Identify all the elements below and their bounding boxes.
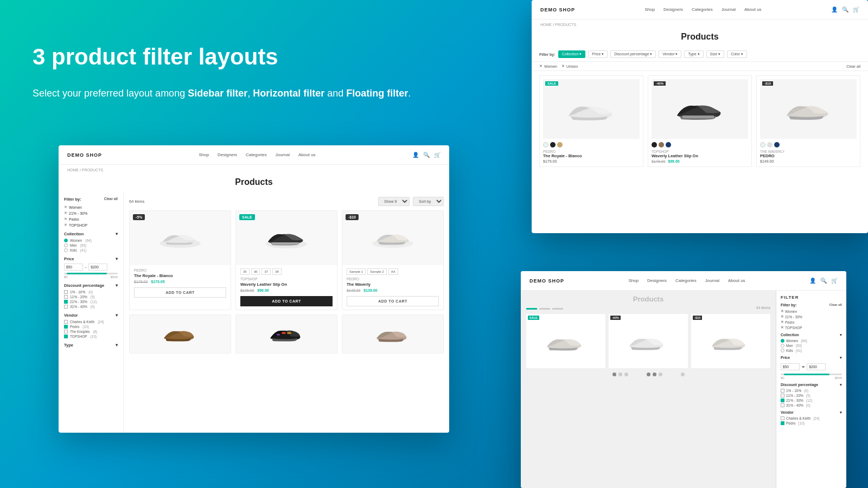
discount-3[interactable]: 21% - 30% (12) — [64, 300, 118, 304]
tr-clear[interactable]: Clear all — [846, 65, 860, 68]
size-37[interactable]: 37 — [261, 268, 271, 275]
br-toolbar: 44 items — [521, 304, 776, 312]
size-pill[interactable]: Size ▾ — [706, 50, 725, 58]
size-36[interactable]: 36 — [251, 268, 260, 275]
nav-icons: 👤 🔍 🛒 — [412, 152, 441, 158]
type-pill[interactable]: Type ▾ — [684, 50, 703, 58]
add-to-cart-1[interactable]: ADD TO CART — [134, 287, 226, 298]
br-dot-3 — [624, 373, 628, 376]
sort-select[interactable]: Sort by — [413, 197, 444, 206]
tr-name-2: Waverly Leather Slip On — [652, 153, 748, 158]
tr-product-image-3: -$10 — [760, 79, 857, 139]
radio-men — [64, 243, 68, 247]
svg-point-6 — [277, 333, 280, 335]
sample-1[interactable]: Sample 1 — [347, 268, 366, 275]
color-dot-3b[interactable] — [767, 142, 773, 147]
filter-tag-topshop: ✕ TOPSHOP — [64, 223, 118, 227]
size-aa[interactable]: AA — [388, 268, 398, 275]
color-dot-3c[interactable] — [774, 142, 780, 147]
br-indicator-1 — [526, 308, 537, 310]
price-from-input[interactable] — [64, 264, 83, 271]
floating-main: Products 44 items SALE — [521, 291, 776, 488]
color-dot-2c[interactable] — [666, 142, 671, 147]
fp-women[interactable]: Women(64) — [781, 339, 842, 343]
tr-filter-label: Filter by: — [539, 53, 556, 56]
tr-product-2: -40% TOPSHOP Waverly Leather Slip On $14… — [648, 75, 752, 167]
fp-v2[interactable]: Pedro(10) — [781, 421, 842, 425]
tr-name-3: PEDRO — [760, 153, 857, 158]
vendor-4[interactable]: TOPSHOP (10) — [64, 335, 118, 338]
nav-links: Shop Designers Categories Journal About … — [199, 152, 315, 157]
color-dot-2b[interactable] — [659, 142, 664, 147]
fp-d1[interactable]: 1% - 10%(0) — [781, 389, 842, 393]
add-to-cart-3[interactable]: ADD TO CART — [347, 296, 439, 306]
br-badge-1: SALE — [528, 316, 539, 320]
fp-d3[interactable]: 21% - 30%(12) — [781, 399, 842, 402]
fp-price-from[interactable] — [781, 363, 800, 370]
tr-page-title: Products — [532, 32, 868, 42]
discount-2[interactable]: 11% - 20% (5) — [64, 295, 118, 299]
products-content: 64 items Show 9 Sort by -5% — [124, 192, 449, 433]
user-icon: 👤 — [412, 152, 419, 158]
option-kids[interactable]: Kids (41) — [64, 248, 118, 252]
mockup-floating-filter: DEMO SHOP Shop Designers Categories Jour… — [521, 271, 846, 488]
sample-2[interactable]: Sample 2 — [367, 268, 386, 275]
fp-vendor-title: Vendor ▾ — [781, 410, 842, 415]
br-filter-indicators — [526, 306, 563, 310]
show-select[interactable]: Show 9 — [378, 197, 410, 206]
product-info-3: Sample 1 Sample 2 AA PEDRO The Waverly $… — [342, 265, 443, 310]
br-badge-3: -$10 — [693, 316, 702, 320]
color-dot-3a[interactable] — [760, 142, 765, 147]
color-dot-1c[interactable] — [557, 142, 563, 147]
vendor-pill[interactable]: Vendor ▾ — [659, 50, 681, 58]
cart-icon: 🛒 — [434, 152, 441, 158]
add-to-cart-2[interactable]: ADD TO CART — [240, 296, 333, 306]
fp-price-title: Price ▾ — [781, 356, 842, 360]
size-35[interactable]: 35 — [240, 268, 250, 275]
discount-pill[interactable]: Discount percentage ▾ — [610, 50, 656, 58]
collection-pill[interactable]: Collection ▾ — [558, 50, 586, 58]
product-card-5 — [235, 314, 337, 354]
br-shoe-1 — [544, 326, 588, 356]
radio-kids — [64, 248, 68, 252]
tr-brand-2: TOPSHOP — [652, 150, 748, 153]
type-section: Type ▾ — [64, 343, 118, 348]
tr-price-2: $149.00 $99.00 — [652, 159, 748, 163]
discount-1[interactable]: 1% - 10% (0) — [64, 290, 118, 294]
price-range-bar[interactable] — [64, 273, 118, 274]
br-nav-links: Shop Designers Categories Journal About … — [628, 278, 745, 283]
color-dot-1b[interactable] — [550, 142, 556, 147]
product-info-1: PEDRO The Royale - Blanco $179.00 $170.0… — [130, 265, 231, 301]
option-men[interactable]: Men (50) — [64, 243, 118, 247]
vendor-1[interactable]: Charles & Keith (24) — [64, 320, 118, 324]
color-dot-1a[interactable] — [543, 142, 548, 147]
option-women[interactable]: Women (64) — [64, 239, 118, 242]
price-pill[interactable]: Price ▾ — [588, 50, 608, 58]
collection-section: Collection ▾ Women (64) Men (50) Kids (4… — [64, 232, 118, 252]
size-38[interactable]: 38 — [272, 268, 282, 275]
fp-clear[interactable]: Clear all — [829, 303, 842, 307]
discount-4[interactable]: 31% - 40% (0) — [64, 305, 118, 309]
name-1: The Royale - Blanco — [134, 273, 226, 278]
color-pill[interactable]: Color ▾ — [727, 50, 747, 58]
vendor-3[interactable]: The Kooples (6) — [64, 330, 118, 333]
fp-v1[interactable]: Charles & Keith(24) — [781, 416, 842, 420]
tr-products-grid: SALE PEDRO The Royale - Blanco $179.00 -… — [532, 71, 868, 171]
fp-price: Price ▾ - $0 $500 — [781, 356, 842, 380]
left-section: 3 product filter layouts Select your pre… — [33, 43, 412, 101]
subtext-part1: Select your preferred layout among — [33, 88, 188, 99]
product-card-1: -5% PEDRO The Royale - Blanco — [129, 210, 231, 310]
color-dot-2a[interactable] — [652, 142, 657, 147]
fp-price-to[interactable] — [807, 363, 826, 370]
tr-shoe-svg-3 — [781, 92, 835, 127]
br-product-2: -40% — [609, 314, 688, 368]
fp-d2[interactable]: 11% - 20%(5) — [781, 394, 842, 397]
fp-kids[interactable]: Kids(41) — [781, 349, 842, 352]
fp-d4[interactable]: 31% - 40%(0) — [781, 403, 842, 407]
active-tag-women: ✕ Women — [539, 64, 557, 68]
fp-range-bar[interactable] — [781, 374, 842, 375]
fp-men[interactable]: Men(50) — [781, 344, 842, 348]
price-to-input[interactable] — [88, 264, 107, 271]
vendor-2[interactable]: Pedro (10) — [64, 325, 118, 329]
tr-colors-1 — [543, 142, 640, 147]
